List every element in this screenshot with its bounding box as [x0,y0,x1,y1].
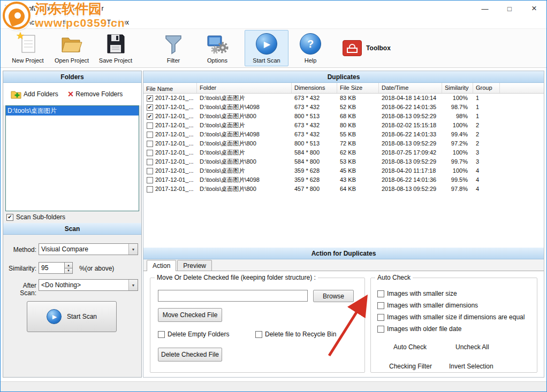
remove-folders-button[interactable]: × Remove Folders [68,89,123,99]
toolbox-button[interactable]: Toolbox [338,30,396,66]
cell-file-name: 2017-12-01_... [143,175,197,185]
column-header[interactable]: File Size [337,83,379,93]
cell-dimensions: 673 * 432 [292,94,337,103]
similarity-suffix: %(or above) [79,265,114,272]
options-button[interactable]: Options [195,30,239,66]
row-checkbox[interactable] [147,141,153,147]
checkbox[interactable] [377,302,384,309]
cell-dimensions: 673 * 432 [292,103,337,112]
column-header[interactable]: Dimensions [292,83,337,93]
delete-to-recycle-bin-option[interactable]: Delete file to Recycle Bin [255,330,336,338]
row-checkbox[interactable] [147,177,153,183]
table-row[interactable]: 2017-12-01_...D:\tools\桌面图片\800800 * 513… [143,139,544,148]
filter-icon [162,32,185,56]
browse-button[interactable]: Browse [313,290,354,302]
delete-empty-folders-option[interactable]: Delete Empty Folders [158,330,229,338]
auto-check-option[interactable]: Images with older file date [377,325,525,333]
tab-action[interactable]: Action [147,260,176,271]
table-row[interactable]: 2017-12-01_...D:\tools\桌面图片\4098673 * 43… [143,130,544,139]
spin-up-icon[interactable]: ▲ [64,262,73,268]
row-checkbox[interactable] [147,122,153,129]
table-row[interactable]: 2017-12-01_...D:\tools\桌面图片359 * 62845 K… [143,166,544,175]
add-folders-button[interactable]: Add Folders [11,89,58,99]
tab-preview[interactable]: Preview [177,260,212,271]
scan-subfolders-checkbox[interactable]: ✔ [6,214,13,221]
folder-list-item[interactable]: D:\tools\桌面图片 [6,106,139,116]
help-button[interactable]: ? Help [288,30,332,66]
method-combobox[interactable]: Visiual Compare ▼ [39,243,138,255]
row-checkbox[interactable] [147,132,153,138]
cell-group: 2 [473,121,500,130]
delete-checked-file-button[interactable]: Delete Checked File [158,348,222,362]
open-project-button[interactable]: Open Project [50,30,94,66]
column-header[interactable]: Group [473,83,500,93]
chevron-down-icon[interactable]: ▼ [128,280,138,290]
table-row[interactable]: 2017-12-01_...D:\tools\桌面图片673 * 43280 K… [143,121,544,130]
menu-item-action[interactable]: Action [22,17,49,28]
row-checkbox[interactable]: ✔ [147,113,153,120]
folder-list[interactable]: D:\tools\桌面图片 [5,105,139,211]
row-checkbox[interactable] [147,150,153,156]
auto-check-option[interactable]: Images with smaller size if dimensions a… [377,313,525,321]
action-panel-header: Action for Duplicates [143,248,544,259]
row-checkbox[interactable]: ✔ [147,95,153,102]
column-header[interactable]: Date/Time [379,83,442,93]
menu-item-help[interactable]: Help [81,17,103,28]
maximize-button[interactable]: □ [497,1,522,17]
table-row[interactable]: 2017-12-01_...D:\tools\桌面图片\800457 * 800… [143,185,544,194]
table-row[interactable]: 2017-12-01_...D:\tools\桌面图片\800584 * 800… [143,157,544,166]
cell-dimensions: 800 * 513 [292,112,337,121]
column-header[interactable]: Similarity [442,83,473,93]
save-project-button[interactable]: Save Project [94,30,138,66]
auto-check-option[interactable]: Images with smaller dimensions [377,302,525,309]
move-delete-group-title: Move Or Delete Checked file (keeping fol… [155,274,318,281]
start-scan-button[interactable]: ▶ Start Scan [27,301,117,332]
uncheck-all-button[interactable]: Uncheck All [455,343,489,351]
table-row[interactable]: 2017-12-01_...D:\tools\桌面图片584 * 80062 K… [143,148,544,157]
checkbox[interactable] [377,326,384,333]
spin-down-icon[interactable]: ▼ [64,268,73,274]
move-path-input[interactable] [158,290,308,302]
cell-date-time: 2018-04-18 14:10:14 [379,94,442,103]
column-header[interactable]: Folder [197,83,292,93]
checkbox[interactable] [377,314,384,321]
cell-date-time: 2018-08-13 09:52:29 [379,112,442,121]
row-checkbox[interactable] [147,168,153,174]
auto-check-group-title: Auto Check [375,274,413,281]
auto-check-option[interactable]: Images with smaller size [377,290,525,297]
delete-to-recycle-bin-checkbox[interactable] [255,331,262,338]
new-project-button[interactable]: ★ New Project [6,30,50,66]
duplicates-panel: Duplicates File Name Folder Dimensions F… [143,71,544,378]
row-checkbox[interactable]: ✔ [147,104,153,111]
invert-selection-button[interactable]: Invert Selection [449,363,493,370]
row-checkbox[interactable] [147,186,153,193]
column-header[interactable]: File Name [143,83,197,93]
menu-item-settings[interactable]: Settings [49,17,81,28]
action-tabstrip: Action Preview [143,259,544,271]
start-scan-toolbar-button[interactable]: ▶ Start Scan [245,30,288,66]
table-row[interactable]: 2017-12-01_...D:\tools\桌面图片\4098359 * 62… [143,175,544,185]
delete-empty-folders-checkbox[interactable] [158,331,165,338]
checkbox[interactable] [377,290,384,297]
menu-item-toolbox[interactable]: Toolbox [103,17,133,28]
menu-item-file[interactable]: File [4,17,22,28]
table-row[interactable]: ✔2017-12-01_...D:\tools\桌面图片673 * 43283 … [143,94,544,103]
minimize-button[interactable]: — [473,1,497,17]
cell-dimensions: 359 * 628 [292,166,337,175]
similarity-stepper[interactable]: ▲ ▼ [39,262,73,274]
filter-button[interactable]: Filter [151,30,195,66]
cell-folder: D:\tools\桌面图片 [197,121,292,130]
cell-group: 4 [473,166,500,175]
table-row[interactable]: ✔2017-12-01_...D:\tools\桌面图片\800800 * 51… [143,112,544,121]
scan-panel-header: Scan [3,223,141,235]
similarity-input[interactable] [39,262,64,274]
checking-filter-button[interactable]: Checking Filter [389,363,432,370]
close-button[interactable]: × [522,1,546,17]
move-checked-file-button[interactable]: Move Checked File [158,308,222,322]
auto-check-button[interactable]: Auto Check [393,343,427,351]
cell-file-name: ✔2017-12-01_... [143,94,197,103]
after-scan-combobox[interactable]: <Do Nothing> ▼ [39,279,138,291]
table-row[interactable]: ✔2017-12-01_...D:\tools\桌面图片\4098673 * 4… [143,103,544,112]
row-checkbox[interactable] [147,159,153,165]
chevron-down-icon[interactable]: ▼ [128,244,138,255]
